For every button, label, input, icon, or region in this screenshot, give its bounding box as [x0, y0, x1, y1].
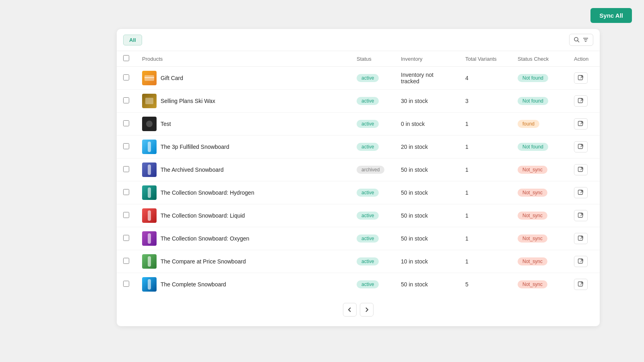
table-row: The Collection Snowboard: Oxygenactive50… — [117, 227, 600, 250]
status-check-badge: found — [518, 120, 539, 128]
row-checkbox[interactable] — [123, 189, 129, 195]
product-name-label: Gift Card — [161, 75, 183, 81]
product-thumbnail — [142, 254, 157, 269]
inventory-cell: 30 in stock — [394, 90, 459, 113]
product-name-label: Test — [161, 121, 171, 127]
edit-icon — [578, 212, 584, 219]
search-filter-button[interactable] — [569, 34, 593, 46]
product-name-label: The Archived Snowboard — [161, 167, 223, 173]
row-checkbox[interactable] — [123, 143, 129, 149]
product-thumbnail — [142, 231, 157, 246]
chevron-right-icon — [364, 307, 369, 313]
edit-icon — [578, 144, 584, 150]
edit-icon — [578, 167, 584, 173]
status-badge: active — [357, 280, 379, 288]
product-name-label: The Collection Snowboard: Liquid — [161, 212, 245, 219]
col-header-variants: Total Variants — [459, 51, 511, 67]
col-header-products: Products — [136, 51, 350, 67]
toolbar: All — [117, 29, 600, 51]
edit-icon — [578, 281, 584, 288]
svg-point-12 — [146, 121, 153, 127]
edit-action-button[interactable] — [574, 256, 588, 267]
svg-rect-24 — [148, 210, 151, 221]
row-checkbox[interactable] — [123, 281, 129, 287]
status-badge: active — [357, 74, 379, 82]
col-header-inventory: Inventory — [394, 51, 459, 67]
inventory-cell: 50 in stock — [394, 204, 459, 227]
edit-action-button[interactable] — [574, 279, 588, 290]
table-row: Selling Plans Ski Waxactive30 in stock3N… — [117, 90, 600, 113]
svg-rect-27 — [148, 233, 151, 244]
product-name-label: Selling Plans Ski Wax — [161, 98, 215, 104]
edit-action-button[interactable] — [574, 164, 588, 175]
row-checkbox[interactable] — [123, 120, 129, 126]
status-check-badge: Not found — [518, 143, 548, 151]
status-check-badge: Not_sync — [518, 166, 547, 174]
svg-rect-18 — [148, 165, 151, 175]
row-checkbox[interactable] — [123, 74, 129, 80]
status-check-badge: Not_sync — [518, 212, 547, 220]
table-row: Gift CardactiveInventory not tracked4Not… — [117, 67, 600, 90]
edit-action-button[interactable] — [574, 210, 588, 221]
svg-rect-30 — [148, 256, 151, 267]
product-thumbnail — [142, 162, 157, 177]
variants-cell: 5 — [459, 273, 511, 296]
select-all-checkbox[interactable] — [123, 55, 129, 61]
inventory-cell: 50 in stock — [394, 227, 459, 250]
status-badge: active — [357, 189, 379, 197]
row-checkbox[interactable] — [123, 97, 129, 103]
edit-action-button[interactable] — [574, 72, 588, 84]
row-checkbox[interactable] — [123, 166, 129, 172]
table-header-row: Products Status Inventory Total Variants… — [117, 51, 600, 67]
status-badge: active — [357, 234, 379, 243]
product-thumbnail — [142, 185, 157, 200]
status-badge: active — [357, 120, 379, 128]
inventory-cell: 20 in stock — [394, 136, 459, 158]
inventory-cell: 50 in stock — [394, 181, 459, 204]
variants-cell: 1 — [459, 136, 511, 158]
status-check-badge: Not found — [518, 97, 548, 105]
variants-cell: 1 — [459, 181, 511, 204]
table-body: Gift CardactiveInventory not tracked4Not… — [117, 67, 600, 296]
product-thumbnail — [142, 140, 157, 154]
variants-cell: 1 — [459, 204, 511, 227]
svg-rect-21 — [148, 187, 151, 198]
edit-action-button[interactable] — [574, 141, 588, 152]
product-thumbnail — [142, 277, 157, 292]
inventory-cell: 0 in stock — [394, 113, 459, 136]
col-header-action: Action — [568, 51, 600, 67]
edit-action-button[interactable] — [574, 233, 588, 244]
all-filter-button[interactable]: All — [123, 35, 142, 45]
svg-line-1 — [578, 41, 579, 42]
row-checkbox[interactable] — [123, 235, 129, 241]
edit-icon — [578, 75, 584, 81]
edit-action-button[interactable] — [574, 95, 588, 107]
col-header-status: Status — [350, 51, 394, 67]
col-header-statuscheck: Status Check — [511, 51, 568, 67]
chevron-left-icon — [347, 307, 353, 313]
row-checkbox[interactable] — [123, 212, 129, 218]
edit-icon — [578, 189, 584, 196]
row-checkbox[interactable] — [123, 258, 129, 264]
product-name-label: The Collection Snowboard: Oxygen — [161, 235, 249, 242]
search-icon — [574, 37, 580, 43]
edit-action-button[interactable] — [574, 118, 588, 130]
status-check-badge: Not found — [518, 74, 548, 82]
next-page-button[interactable] — [360, 303, 374, 317]
product-name-label: The 3p Fulfilled Snowboard — [161, 144, 229, 150]
edit-action-button[interactable] — [574, 187, 588, 198]
product-thumbnail — [142, 208, 157, 223]
status-check-badge: Not_sync — [518, 280, 547, 288]
status-check-badge: Not_sync — [518, 257, 547, 265]
sync-all-button[interactable]: Sync All — [590, 8, 632, 23]
variants-cell: 1 — [459, 113, 511, 136]
status-badge: active — [357, 143, 379, 151]
edit-icon — [578, 258, 584, 265]
svg-point-0 — [574, 37, 578, 41]
table-row: The Archived Snowboardarchived50 in stoc… — [117, 158, 600, 181]
status-badge: archived — [357, 166, 384, 174]
product-thumbnail — [142, 94, 157, 108]
status-check-badge: Not_sync — [518, 234, 547, 243]
main-card: All Products — [117, 29, 600, 326]
prev-page-button[interactable] — [343, 303, 357, 317]
